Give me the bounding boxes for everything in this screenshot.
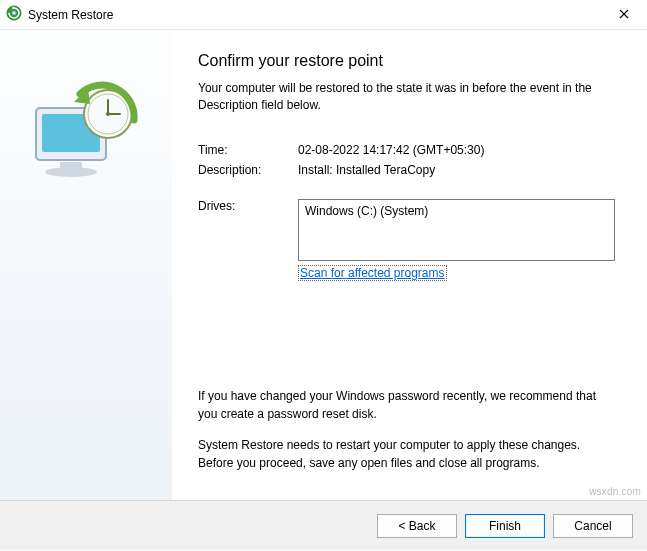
titlebar: System Restore [0,0,647,30]
svg-point-2 [12,11,16,15]
drives-list-item[interactable]: Windows (C:) (System) [305,204,608,218]
password-note: If you have changed your Windows passwor… [198,388,615,423]
drives-label: Drives: [198,199,298,261]
back-button[interactable]: < Back [377,514,457,538]
time-row: Time: 02-08-2022 14:17:42 (GMT+05:30) [198,143,615,157]
time-label: Time: [198,143,298,157]
restart-note: System Restore needs to restart your com… [198,437,615,472]
page-subtext: Your computer will be restored to the st… [198,80,615,115]
watermark: wsxdn.com [589,486,641,497]
cancel-button[interactable]: Cancel [553,514,633,538]
page-heading: Confirm your restore point [198,52,615,70]
bottom-notes: If you have changed your Windows passwor… [198,388,615,486]
wizard-main: Confirm your restore point Your computer… [172,30,647,500]
svg-point-6 [45,167,97,177]
system-restore-icon [6,5,22,24]
close-button[interactable] [601,0,647,30]
system-restore-hero-icon [22,80,150,190]
close-icon [619,8,629,22]
wizard-sidebar [0,30,172,500]
description-value: Install: Installed TeraCopy [298,163,615,177]
scan-affected-programs-link[interactable]: Scan for affected programs [298,265,447,281]
svg-point-11 [106,112,110,116]
drives-row: Drives: Windows (C:) (System) [198,199,615,261]
description-label: Description: [198,163,298,177]
drives-listbox[interactable]: Windows (C:) (System) [298,199,615,261]
content-area: Confirm your restore point Your computer… [0,30,647,500]
time-value: 02-08-2022 14:17:42 (GMT+05:30) [298,143,615,157]
window-title: System Restore [28,8,113,22]
description-row: Description: Install: Installed TeraCopy [198,163,615,177]
finish-button[interactable]: Finish [465,514,545,538]
wizard-footer: < Back Finish Cancel [0,500,647,550]
titlebar-left: System Restore [6,5,113,24]
